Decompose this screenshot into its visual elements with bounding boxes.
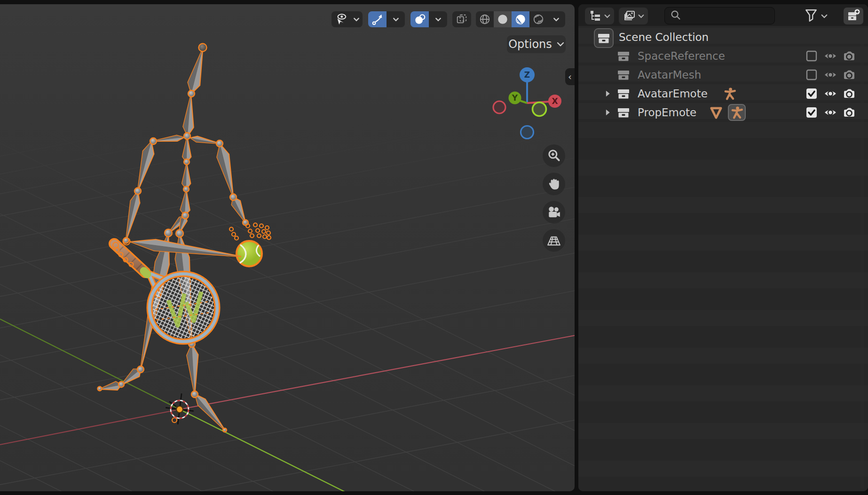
collection-icon[interactable] (617, 49, 630, 63)
armature-object-icon[interactable] (728, 104, 746, 121)
outliner-row-scene-collection[interactable]: Scene Collection (578, 28, 868, 47)
svg-text:Z[interactable]: Z (524, 70, 530, 80)
navigation-gizmo[interactable]: Z Y X (484, 61, 575, 155)
camera-visibility-icon[interactable] (843, 68, 856, 81)
bone-control-ring[interactable] (248, 229, 252, 233)
shading-mode-shade-wire[interactable] (476, 11, 494, 27)
tennis-ball[interactable] (237, 241, 262, 266)
bone-shin-r[interactable] (187, 344, 198, 394)
shading-mode-shade-render[interactable] (529, 11, 547, 27)
selectability-dropdown-chevron[interactable] (350, 11, 363, 27)
joint-ball[interactable] (150, 138, 157, 144)
sidebar-toggle[interactable]: ‹ (565, 68, 575, 85)
camera-visibility-icon[interactable] (843, 49, 856, 63)
bone-control-ring[interactable] (256, 229, 260, 232)
joint-ball[interactable] (118, 382, 124, 387)
shading-mode-shade-material[interactable] (512, 11, 529, 27)
meshtri-object-icon[interactable] (708, 105, 724, 120)
bone-spine2[interactable] (182, 163, 190, 189)
viewport-3d[interactable]: Options Z Y X ‹ (0, 4, 575, 491)
outliner-row-avataremote[interactable]: AvatarEmote (578, 84, 868, 103)
armature-object-icon[interactable] (722, 86, 738, 101)
joint-ball[interactable] (184, 159, 189, 165)
hide-eye-icon[interactable] (824, 49, 837, 63)
exclude-checkbox[interactable] (805, 106, 818, 119)
shading-mode[interactable] (476, 11, 565, 27)
bone-control-ring[interactable] (267, 236, 271, 240)
proportional-edit-toggle-chevron[interactable] (429, 11, 447, 27)
joint-ball[interactable] (230, 194, 237, 200)
scene-collection-icon[interactable] (594, 28, 614, 48)
bone-uarm-r[interactable] (217, 144, 233, 197)
filter-type-dropdown[interactable] (619, 8, 648, 24)
joint-ball[interactable] (199, 44, 207, 52)
bone-clav-r[interactable] (190, 136, 220, 144)
pan-tool[interactable] (543, 173, 565, 195)
joint-ball[interactable] (191, 391, 198, 398)
joint-ball[interactable] (183, 186, 189, 192)
bone-control-ring[interactable] (232, 232, 236, 236)
joint-ball[interactable] (184, 133, 190, 139)
joint-ball[interactable] (216, 140, 223, 147)
bone-control-ring[interactable] (235, 236, 238, 240)
proportional-edit-toggle[interactable] (410, 11, 447, 27)
bone-control-ring[interactable] (262, 230, 266, 233)
row-label[interactable]: SpaceReference (638, 50, 725, 62)
row-label[interactable]: AvatarMesh (638, 69, 701, 81)
joint-ball[interactable] (165, 229, 172, 237)
options-button[interactable]: Options (507, 35, 566, 53)
collection-icon[interactable] (617, 68, 630, 81)
exclude-checkbox[interactable] (805, 49, 818, 63)
bone-farm-l[interactable] (126, 191, 140, 240)
snap-toggle-chevron[interactable] (387, 11, 405, 27)
camera-visibility-icon[interactable] (843, 87, 856, 100)
joint-ball[interactable] (134, 188, 141, 194)
row-label[interactable]: PropEmote (638, 106, 696, 119)
row-label[interactable]: AvatarEmote (638, 88, 708, 100)
expand-caret[interactable] (601, 106, 614, 119)
hide-eye-icon[interactable] (824, 68, 837, 81)
collection-icon[interactable] (617, 87, 630, 100)
joint-ball[interactable] (223, 428, 227, 432)
xray-toggle[interactable] (452, 11, 471, 27)
hide-eye-icon[interactable] (824, 87, 837, 100)
camera-view-tool[interactable] (543, 201, 565, 224)
bone-control-ring[interactable] (253, 223, 257, 227)
camera-visibility-icon[interactable] (843, 106, 856, 119)
hide-eye-icon[interactable] (824, 106, 837, 119)
bone-control-ring[interactable] (267, 231, 270, 235)
proportional-edit-toggle-propedit[interactable] (410, 11, 429, 27)
expand-caret[interactable] (601, 87, 614, 100)
joint-ball[interactable] (137, 366, 144, 373)
zoom-tool[interactable] (543, 144, 565, 167)
bone-control-ring[interactable] (172, 418, 177, 423)
bone-head[interactable] (188, 49, 203, 94)
selectability-dropdown[interactable] (331, 11, 363, 27)
bone-foot-l[interactable] (100, 382, 121, 390)
collection-icon[interactable] (617, 106, 630, 119)
outliner-row-avatarmesh[interactable]: AvatarMesh (578, 65, 868, 84)
xray-toggle-xray[interactable] (452, 11, 471, 27)
bone-control-ring[interactable] (265, 226, 269, 230)
outliner-row-propemote[interactable]: PropEmote (578, 103, 868, 122)
shading-mode-chevron[interactable] (547, 11, 565, 27)
search-input[interactable] (682, 9, 768, 22)
bone-clav-l[interactable] (153, 136, 184, 141)
scrollbar-groove[interactable] (860, 28, 864, 489)
outliner-row-spacereference[interactable]: SpaceReference (578, 47, 868, 65)
snap-toggle-snap[interactable] (368, 11, 387, 27)
ortho-toggle-tool[interactable] (543, 229, 565, 252)
bone-control-ring[interactable] (250, 234, 254, 238)
svg-text:X[interactable]: X (552, 96, 558, 106)
bone-neck[interactable] (183, 95, 194, 136)
snap-toggle[interactable] (368, 11, 405, 27)
exclude-checkbox[interactable] (805, 68, 818, 81)
selectability-dropdown-cursor-eye[interactable] (331, 11, 350, 27)
display-mode-dropdown[interactable] (585, 8, 614, 24)
object-origin-dot[interactable] (176, 406, 183, 413)
joint-ball[interactable] (98, 387, 102, 391)
joint-ball[interactable] (188, 90, 195, 97)
bone-control-ring[interactable] (263, 235, 267, 239)
shading-mode-shade-solid[interactable] (494, 11, 512, 27)
row-label[interactable]: Scene Collection (619, 31, 709, 43)
